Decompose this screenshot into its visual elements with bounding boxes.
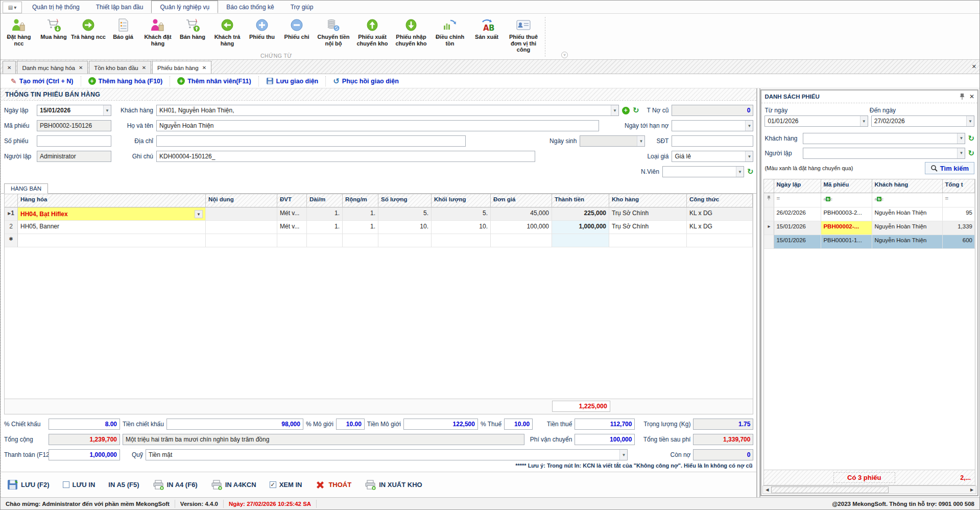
quy-combobox[interactable]: Tiền mặt▼ [146,449,628,460]
tien-chiet-khau-field[interactable]: 98,000 [166,419,303,430]
column-header[interactable]: Công thức [687,194,753,207]
scroll-left-icon[interactable]: ◀ [763,488,771,492]
doc-tab-danh-muc-hang-hoa[interactable]: Danh mục hàng hóa✕ [17,61,88,74]
filter-cell[interactable]: abc [821,193,872,207]
cell[interactable]: KL x DG [687,221,753,234]
sdt-field[interactable] [672,135,753,147]
panel-splitter[interactable] [756,88,760,497]
chevron-down-icon[interactable]: ▼ [619,450,627,460]
chevron-down-icon[interactable]: ▼ [957,148,965,158]
column-header[interactable]: Đơn giá [491,194,552,207]
column-header[interactable]: Dài/m [307,194,343,207]
close-icon[interactable]: ✕ [202,65,206,71]
chevron-down-icon[interactable]: ▼ [966,116,974,126]
app-menu-button[interactable]: ▤▾ [3,2,22,13]
khach-hang-combobox[interactable]: KH01, Nguyễn Hoàn Thiện,▼ [156,105,619,116]
cell[interactable]: 10. [378,221,432,234]
ribbon-button-ban-hang[interactable]: Bán hàng [175,16,210,40]
ribbon-button-phieu-chi[interactable]: Phiếu chi [279,16,314,40]
cell[interactable]: Mét v... [277,207,307,221]
close-all-tabs-button[interactable]: ✕ [3,61,16,74]
column-header[interactable]: Tổng t [943,179,975,193]
ribbon-button-phieu-xuat-chuyen-kho[interactable]: Phiếu xuất chuyển kho [353,16,392,47]
table-row[interactable]: 2 HH05, Banner Mét v... 1. 1. 10. 10. 10… [5,221,753,234]
column-header[interactable]: Khách hàng [872,179,943,193]
scrollbar-thumb[interactable] [771,486,888,493]
column-header[interactable]: ĐVT [277,194,307,207]
doc-tab-ton-kho-ban-dau[interactable]: Tồn kho ban đầu✕ [89,61,151,74]
restore-layout-button[interactable]: ↺Phục hồi giao diện [326,76,406,86]
cell[interactable] [18,234,206,247]
cell[interactable]: 1. [307,207,343,221]
column-header[interactable]: Hàng hóa [18,194,206,207]
filter-cell[interactable]: = [943,193,975,207]
menu-tab-bao-cao-thong-ke[interactable]: Báo cáo thống kê [218,1,282,13]
cell[interactable] [307,234,343,247]
in-xuat-kho-button[interactable]: IN XUẤT KHO [365,480,422,490]
ribbon-button-tra-hang-ncc[interactable]: Trả hàng ncc [71,16,106,40]
ribbon-button-bao-gia[interactable]: Báo giá [106,16,140,40]
panel-khach-hang-combobox[interactable]: ▼ [803,133,965,144]
cell[interactable]: 1,000,000 [552,221,609,234]
luu-in-checkbox[interactable]: LƯU IN [63,481,95,489]
ribbon-button-khach-tra-hang[interactable]: Khách trả hàng [210,16,245,47]
column-header[interactable]: Kho hàng [609,194,687,207]
panel-nguoi-lap-combobox[interactable]: ▼ [803,148,965,159]
nhan-vien-combobox[interactable]: ▼ [662,166,744,177]
menu-tab-tro-giup[interactable]: Trợ giúp [282,1,322,13]
den-ngay-combobox[interactable]: 27/02/2026▼ [871,115,974,127]
new-record-button[interactable]: ✎Tạo mới (Ctrl + N) [4,76,81,86]
filter-pin-icon[interactable] [764,193,774,207]
refresh-icon[interactable]: ↻ [968,135,974,142]
ribbon-button-dieu-chinh-ton[interactable]: Điều chỉnh tồn [431,16,469,47]
chevron-down-icon[interactable]: ▼ [860,116,868,126]
cell[interactable] [432,234,491,247]
close-icon[interactable]: ✕ [969,93,974,100]
refresh-icon[interactable]: ↻ [968,150,974,157]
chevron-down-icon[interactable]: ▼ [736,167,744,177]
save-layout-button[interactable]: Lưu giao diện [259,76,326,86]
phi-van-chuyen-field[interactable]: 100,000 [575,434,635,445]
thanh-toan-field[interactable]: 1,000,000 [49,449,120,460]
in-a5-button[interactable]: IN A5 (F5) [108,481,139,489]
ho-va-ten-field[interactable]: Nguyễn Hoàn Thiện [156,120,599,131]
column-header[interactable]: Ngày lập [774,179,821,193]
cell[interactable]: KL x DG [687,207,753,221]
chevron-down-icon[interactable]: ▼ [103,105,111,115]
ribbon-button-chuyen-tien-noi-bo[interactable]: Chuyển tiền nội bộ [314,16,353,47]
refresh-customer-icon[interactable]: ↻ [633,107,639,114]
list-item[interactable]: 26/02/2026 PBH00003-2... Nguyễn Hoàn Thi… [764,207,975,221]
product-cell[interactable]: HH04, Bạt Hiflex▼ [18,207,206,221]
cell[interactable]: 45,000 [491,207,552,221]
pin-icon[interactable] [959,93,965,100]
chevron-down-icon[interactable]: ▼ [611,105,618,115]
exit-button[interactable]: THOÁT [315,480,351,490]
chevron-down-icon[interactable]: ▼ [745,151,753,161]
list-item-transferred-order[interactable]: 15/01/2026 PBH00001-1... Nguyễn Hoàn Thi… [764,235,975,249]
add-employee-button[interactable]: +Thêm nhân viên(F11) [170,76,258,86]
cell[interactable] [206,207,277,221]
menu-tab-thiet-lap-ban-dau[interactable]: Thiết lập ban đầu [88,1,152,13]
ribbon-button-san-xuat[interactable]: AB Sản xuất [469,16,504,40]
loai-gia-combobox[interactable]: Giá lẻ▼ [672,151,753,162]
in-a4kcn-button[interactable]: IN A4KCN [211,480,256,490]
ribbon-group-launcher-icon[interactable]: ˅ [561,52,568,58]
cell[interactable] [552,234,609,247]
cell[interactable] [378,234,432,247]
refresh-employee-icon[interactable]: ↻ [747,168,754,175]
chevron-down-icon[interactable]: ▼ [195,210,203,218]
cell[interactable] [687,234,753,247]
mo-gioi-pct-field[interactable]: 10.00 [336,419,365,430]
checkbox-unchecked-icon[interactable] [63,481,69,488]
so-phieu-field[interactable] [37,135,111,147]
ngay-lap-combobox[interactable]: 15/01/2026▼ [37,105,111,116]
ribbon-button-khach-dat-hang[interactable]: Khách đặt hàng [140,16,175,47]
save-button[interactable]: LƯU (F2) [7,479,50,490]
column-header[interactable]: Khối lượng [432,194,491,207]
ribbon-button-dat-hang-ncc[interactable]: Đặt hàng ncc [2,16,36,47]
thue-pct-field[interactable]: 10.00 [504,419,533,430]
menu-tab-quan-ly-nghiep-vu[interactable]: Quản lý nghiệp vụ [151,1,218,13]
cell[interactable]: Mét v... [277,221,307,234]
cell[interactable] [277,234,307,247]
cell[interactable] [343,234,378,247]
